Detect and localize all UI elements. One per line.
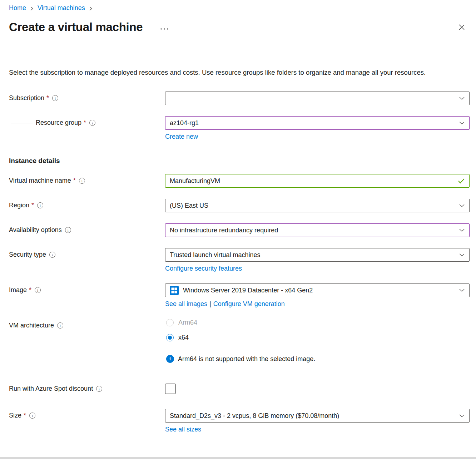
size-label: Size <box>9 412 21 419</box>
radio-x64[interactable]: x64 <box>166 334 470 341</box>
region-label: Region <box>9 202 29 209</box>
chevron-down-icon <box>459 96 465 100</box>
availability-value: No infrastructure redundancy required <box>170 227 455 234</box>
image-value: Windows Server 2019 Datacenter - x64 Gen… <box>183 287 313 294</box>
chevron-down-icon <box>459 288 465 292</box>
vm-architecture-label: VM architecture <box>9 322 54 329</box>
availability-label-group: Availability options <box>9 223 165 234</box>
close-icon[interactable] <box>457 22 467 32</box>
subscription-label: Subscription <box>9 94 44 102</box>
intro-text: Select the subscription to manage deploy… <box>9 67 460 78</box>
subscription-dropdown[interactable] <box>165 92 470 105</box>
vm-name-label-group: Virtual machine name * <box>9 174 165 184</box>
more-options-icon[interactable] <box>160 28 169 30</box>
required-marker: * <box>24 412 26 419</box>
vm-architecture-label-group: VM architecture <box>9 319 165 329</box>
image-label-group: Image * <box>9 283 165 294</box>
arch-info-text: Arm64 is not supported with the selected… <box>178 355 315 363</box>
image-label: Image <box>9 286 27 294</box>
info-icon[interactable] <box>96 386 102 392</box>
subscription-label-group: Subscription * <box>9 92 165 102</box>
create-vm-page: Home Virtual machines Create a virtual m… <box>0 0 476 433</box>
availability-options-dropdown[interactable]: No infrastructure redundancy required <box>165 223 470 237</box>
info-icon[interactable] <box>35 287 41 293</box>
basics-form: Subscription * Resource group * <box>9 92 470 433</box>
security-type-dropdown[interactable]: Trusted launch virtual machines <box>165 248 470 262</box>
page-title: Create a virtual machine <box>9 20 143 34</box>
region-dropdown[interactable]: (US) East US <box>165 199 470 212</box>
info-icon[interactable] <box>49 252 55 258</box>
required-marker: * <box>73 177 76 184</box>
spot-discount-checkbox[interactable] <box>165 384 176 394</box>
breadcrumb-home-link[interactable]: Home <box>9 4 26 12</box>
links-separator: | <box>209 300 211 307</box>
radio-arm64: Arm64 <box>166 319 470 326</box>
tree-connector <box>11 107 33 123</box>
resource-group-value: az104-rg1 <box>170 119 455 127</box>
see-all-sizes-link[interactable]: See all sizes <box>165 426 201 433</box>
chevron-down-icon <box>459 253 465 257</box>
info-icon[interactable] <box>79 178 85 184</box>
region-row: Region * (US) East US <box>9 199 470 212</box>
vm-name-label: Virtual machine name <box>9 177 71 184</box>
radio-circle-icon <box>166 319 174 326</box>
security-type-row: Security type Trusted launch virtual mac… <box>9 248 470 272</box>
security-type-value: Trusted launch virtual machines <box>170 251 455 259</box>
size-value: Standard_D2s_v3 - 2 vcpus, 8 GiB memory … <box>170 412 455 420</box>
chevron-down-icon <box>459 414 465 418</box>
valid-check-icon <box>458 178 465 184</box>
chevron-right-icon <box>30 6 34 11</box>
vm-name-input[interactable] <box>170 174 458 187</box>
windows-logo-icon <box>170 286 179 295</box>
configure-security-features-link[interactable]: Configure security features <box>165 265 242 272</box>
spot-label-group: Run with Azure Spot discount <box>9 384 165 393</box>
required-marker: * <box>31 202 34 209</box>
chevron-down-icon <box>459 228 465 232</box>
bottom-divider <box>0 457 476 459</box>
spot-label: Run with Azure Spot discount <box>9 385 93 393</box>
info-icon[interactable] <box>29 413 35 419</box>
size-dropdown[interactable]: Standard_D2s_v3 - 2 vcpus, 8 GiB memory … <box>165 409 470 423</box>
radio-arm64-label: Arm64 <box>178 319 197 326</box>
breadcrumb: Home Virtual machines <box>9 4 470 12</box>
required-marker: * <box>29 286 31 294</box>
vm-name-row: Virtual machine name * <box>9 174 470 188</box>
region-value: (US) East US <box>170 202 455 209</box>
create-new-link[interactable]: Create new <box>165 133 198 140</box>
info-icon[interactable] <box>89 120 95 126</box>
security-type-label-group: Security type <box>9 248 165 258</box>
required-marker: * <box>46 94 49 102</box>
arch-info-message: Arm64 is not supported with the selected… <box>166 355 470 363</box>
spot-discount-row: Run with Azure Spot discount <box>9 384 470 394</box>
region-label-group: Region * <box>9 199 165 209</box>
info-icon[interactable] <box>65 227 71 233</box>
resource-group-row: Resource group * az104-rg1 Create new <box>9 116 470 140</box>
availability-options-row: Availability options No infrastructure r… <box>9 223 470 237</box>
size-row: Size * Standard_D2s_v3 - 2 vcpus, 8 GiB … <box>9 409 470 433</box>
radio-x64-label: x64 <box>178 334 189 341</box>
subscription-row: Subscription * <box>9 92 470 105</box>
info-icon[interactable] <box>37 202 43 208</box>
chevron-right-icon <box>89 6 93 11</box>
image-row: Image * <box>9 283 470 308</box>
chevron-down-icon <box>459 203 465 208</box>
image-dropdown[interactable]: Windows Server 2019 Datacenter - x64 Gen… <box>165 283 470 297</box>
breadcrumb-virtual-machines-link[interactable]: Virtual machines <box>38 4 85 12</box>
info-icon[interactable] <box>52 95 58 101</box>
configure-vm-generation-link[interactable]: Configure VM generation <box>213 300 285 308</box>
vm-architecture-row: VM architecture Arm64 x64 Arm64 is not s… <box>9 319 470 363</box>
required-marker: * <box>84 119 86 127</box>
size-label-group: Size * <box>9 409 165 419</box>
see-all-images-link[interactable]: See all images <box>165 300 207 308</box>
security-type-label: Security type <box>9 251 46 258</box>
title-bar: Create a virtual machine <box>9 20 470 34</box>
resource-group-dropdown[interactable]: az104-rg1 <box>165 116 470 130</box>
info-icon[interactable] <box>57 322 63 329</box>
availability-label: Availability options <box>9 226 62 234</box>
radio-circle-icon <box>166 334 174 341</box>
vm-name-field <box>165 174 470 188</box>
instance-details-heading: Instance details <box>9 157 470 165</box>
resource-group-label: Resource group <box>36 119 81 127</box>
chevron-down-icon <box>459 121 465 125</box>
info-filled-icon <box>166 355 174 363</box>
